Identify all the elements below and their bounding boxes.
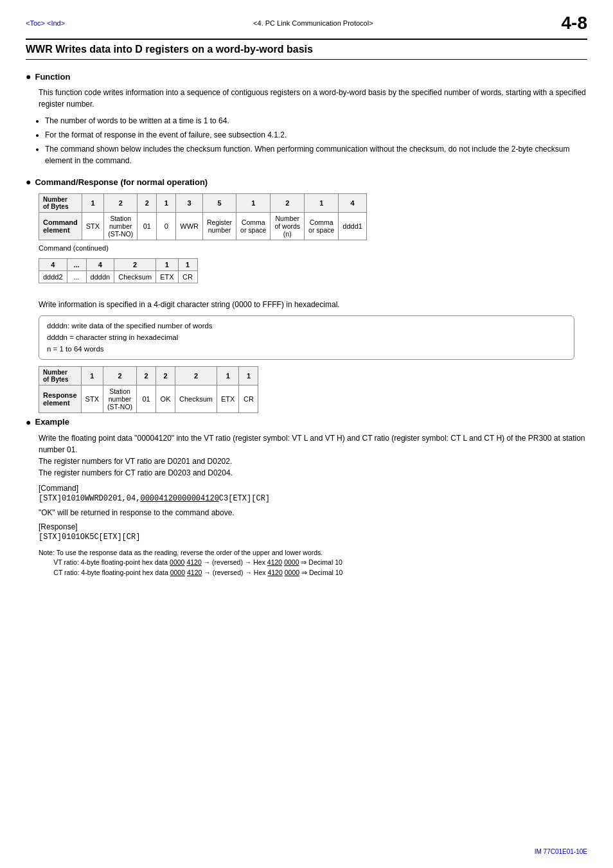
bullet-3: The command shown below includes the che… [45, 143, 587, 166]
note-text-3: CT ratio: 4-byte floating-point hex data… [53, 569, 342, 576]
command-suffix: C3[ETX][CR] [219, 494, 270, 503]
note-line-1: ddddn: write data of the specified numbe… [47, 320, 566, 332]
bullet-2: For the format of response in the event … [45, 129, 587, 141]
cmd2-cell-checksum: Checksum [114, 271, 156, 283]
top-nav: <Toc> <Ind> <4. PC Link Communication Pr… [26, 13, 587, 33]
resp-cell-stx: STX [81, 385, 103, 412]
command-underline: 00004120000004120 [140, 494, 218, 503]
note-label: Note: [39, 549, 55, 556]
cmd2-cell-ddddn: ddddn [86, 271, 114, 283]
example-body: Write the floating point data "00004120"… [39, 432, 587, 479]
resp-cell-etx: ETX [217, 385, 239, 412]
note-text-2: VT ratio: 4-byte floating-point hex data… [53, 558, 342, 566]
cmd-cell-wwr: WWR [176, 213, 203, 240]
nav-right: 4-8 [562, 13, 587, 33]
page-title-bar: WWR Writes data into D registers on a wo… [26, 39, 587, 60]
command-label: [Command] [39, 484, 587, 493]
ok-response-text: "OK" will be returned in response to the… [39, 508, 587, 517]
cmd-continued-label: Command (continued) [39, 244, 587, 252]
command-prefix: [STX]01010WWRD0201,04, [39, 494, 140, 503]
note-text-1: To use the response data as the reading,… [57, 549, 323, 556]
footer-doc-id: IM 77C01E01-10E [535, 848, 587, 855]
cmd-cell-01: 01 [138, 213, 157, 240]
function-heading: Function [26, 71, 587, 82]
cmd2-cell-ellipsis: ... [67, 271, 86, 283]
note-line-3: n = 1 to 64 words [47, 343, 566, 355]
nav-left[interactable]: <Toc> <Ind> [26, 19, 65, 27]
cmd-cell-dddd1: dddd1 [339, 213, 367, 240]
response-text: [STX]0101OK5C[ETX][CR] [39, 533, 587, 542]
resp-table-bytes-header: Number of Bytes [39, 366, 82, 385]
resp-table-element-label: Response element [39, 385, 82, 412]
cmd-cell-station: Station number (ST-NO) [104, 213, 138, 240]
cmd-cell-0: 0 [157, 213, 176, 240]
cmd-table-element-label: Command element [39, 213, 82, 240]
cmd-cell-numwords: Number of words (n) [271, 213, 305, 240]
response-label: [Response] [39, 522, 587, 531]
function-bullets: The number of words to be written at a t… [45, 115, 587, 166]
cmd2-cell-etx: ETX [156, 271, 178, 283]
command-text: [STX]01010WWRD0201,04,00004120000004120C… [39, 494, 587, 503]
cmd-table-bytes-header: Number of Bytes [39, 194, 82, 213]
cmd-cell-stx: STX [82, 213, 103, 240]
cmd2-cell-cr: CR [178, 271, 197, 283]
cmd-cell-comma1: Comma or space [236, 213, 271, 240]
resp-cell-ok: OK [156, 385, 175, 412]
resp-cell-station: Station number (ST-NO) [103, 385, 136, 412]
note-section: Note: To use the response data as the re… [39, 548, 587, 578]
cmd2-cell-dddd2: dddd2 [39, 271, 67, 283]
page-title: WWR Writes data into D registers on a wo… [26, 44, 587, 55]
function-intro: This function code writes information in… [39, 87, 587, 110]
resp-cell-cr: CR [239, 385, 258, 412]
bullet-1: The number of words to be written at a t… [45, 115, 587, 127]
cmd-cell-register: Register number [202, 213, 236, 240]
cmd-cell-comma2: Comma or space [305, 213, 339, 240]
note-box: ddddn: write data of the specified numbe… [39, 315, 574, 360]
note-line-2: ddddn = character string in hexadecimal [47, 332, 566, 343]
cmd-response-heading: Command/Response (for normal operation) [26, 177, 587, 187]
response-table: Number of Bytes 1 2 2 2 2 1 1 Response e… [39, 366, 258, 413]
example-heading: Example [26, 417, 587, 427]
write-info-text: Write information is specified in a 4-di… [39, 299, 587, 310]
command-table-2: 4 ... 4 2 1 1 dddd2 ... ddddn Checksum E… [39, 258, 198, 295]
resp-cell-checksum: Checksum [175, 385, 217, 412]
resp-cell-01: 01 [137, 385, 156, 412]
nav-center: <4. PC Link Communication Protocol> [253, 19, 373, 27]
command-table: Number of Bytes 1 2 2 1 3 5 1 2 1 4 Comm… [39, 193, 367, 240]
